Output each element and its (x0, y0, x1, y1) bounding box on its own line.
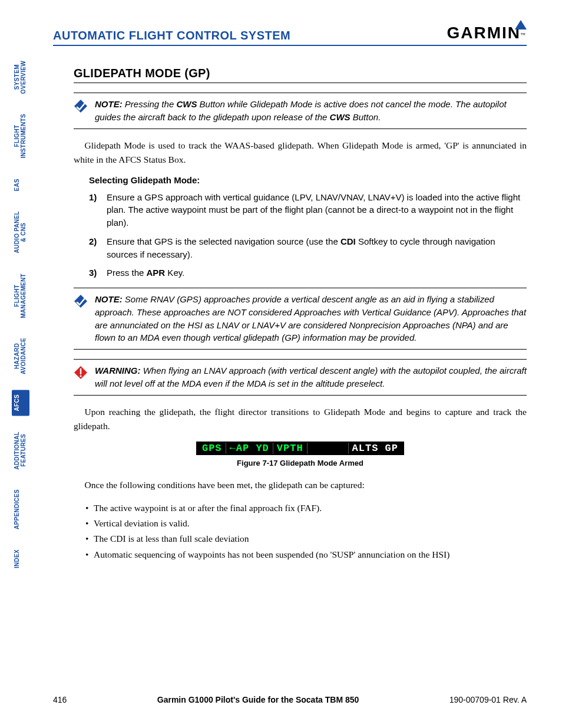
step-2: 2) Ensure that GPS is the selected navig… (89, 235, 527, 261)
tab-appendices[interactable]: APPENDICES (12, 485, 29, 534)
note-icon (74, 99, 88, 113)
steps-list: 1) Ensure a GPS approach with vertical g… (89, 191, 527, 280)
tab-hazard-avoidance[interactable]: HAZARD AVOIDANCE (12, 333, 29, 379)
note-block-1: NOTE: Pressing the CWS Button while Glid… (74, 93, 527, 129)
bullet-3: The CDI is at less than full scale devia… (85, 531, 527, 546)
paragraph-1: Glidepath Mode is used to track the WAAS… (74, 139, 527, 167)
garmin-logo: GARMIN ™ (447, 24, 527, 42)
afcs-armed-modes: ALTS GP (349, 443, 402, 454)
note-text-2: NOTE: Some RNAV (GPS) approaches provide… (95, 293, 527, 344)
tab-index[interactable]: INDEX (12, 545, 29, 573)
side-tabs: SYSTEM OVERVIEW FLIGHT INSTRUMENTS EAS A… (12, 56, 29, 574)
subheading: Selecting Glidepath Mode: (89, 175, 527, 185)
warning-text: WARNING: When flying an LNAV approach (w… (95, 364, 527, 390)
page-number: 416 (53, 695, 67, 704)
figure-caption: Figure 7-17 Glidepath Mode Armed (74, 459, 527, 467)
note-block-2: NOTE: Some RNAV (GPS) approaches provide… (74, 288, 527, 350)
page-footer: 416 Garmin G1000 Pilot's Guide for the S… (53, 695, 527, 704)
bullet-list: The active waypoint is at or after the f… (85, 500, 527, 562)
afcs-vert-mode: VPTH (273, 443, 308, 454)
warning-icon (74, 365, 88, 380)
footer-revision: 190-00709-01 Rev. A (449, 695, 527, 704)
note-icon (74, 294, 88, 308)
garmin-logo-text: GARMIN (447, 24, 521, 42)
warning-block: WARNING: When flying an LNAV approach (w… (74, 359, 527, 396)
section-title: GLIDEPATH MODE (GP) (74, 67, 527, 83)
svg-point-4 (80, 375, 81, 377)
garmin-tm: ™ (521, 32, 526, 38)
tab-audio-panel[interactable]: AUDIO PANEL & CNS (12, 206, 29, 258)
svg-marker-1 (74, 295, 87, 308)
tab-afcs[interactable]: AFCS (12, 390, 29, 416)
chapter-title: AUTOMATIC FLIGHT CONTROL SYSTEM (53, 29, 290, 42)
bullet-2: Vertical deviation is valid. (85, 516, 527, 531)
footer-title: Garmin G1000 Pilot's Guide for the Socat… (157, 695, 359, 704)
paragraph-2: Upon reaching the glidepath, the flight … (74, 405, 527, 433)
bullet-4: Automatic sequencing of waypoints has no… (85, 547, 527, 562)
page-header: AUTOMATIC FLIGHT CONTROL SYSTEM GARMIN ™ (53, 24, 527, 46)
tab-additional-features[interactable]: ADDITIONAL FEATURES (12, 427, 29, 475)
bullet-1: The active waypoint is at or after the f… (85, 500, 527, 516)
step-1: 1) Ensure a GPS approach with vertical g… (89, 191, 527, 229)
tab-flight-management[interactable]: FLIGHT MANAGEMENT (12, 269, 29, 323)
tab-eas[interactable]: EAS (12, 174, 29, 196)
garmin-triangle-icon (515, 20, 527, 29)
figure-7-17: GPS ←AP YD VPTH ALTS GP Figure 7-17 Glid… (74, 442, 527, 467)
afcs-status-box: GPS ←AP YD VPTH ALTS GP (196, 442, 404, 455)
note-text-1: NOTE: Pressing the CWS Button while Glid… (95, 98, 527, 124)
svg-marker-0 (74, 100, 87, 113)
page-content: GLIDEPATH MODE (GP) NOTE: Pressing the C… (53, 67, 527, 562)
tab-flight-instruments[interactable]: FLIGHT INSTRUMENTS (12, 109, 29, 163)
afcs-nav-source: GPS (199, 443, 226, 454)
afcs-ap-yd: ←AP YD (226, 443, 273, 454)
paragraph-3: Once the following conditions have been … (74, 478, 527, 492)
tab-system-overview[interactable]: SYSTEM OVERVIEW (12, 56, 29, 98)
step-3: 3) Press the APR Key. (89, 266, 527, 279)
